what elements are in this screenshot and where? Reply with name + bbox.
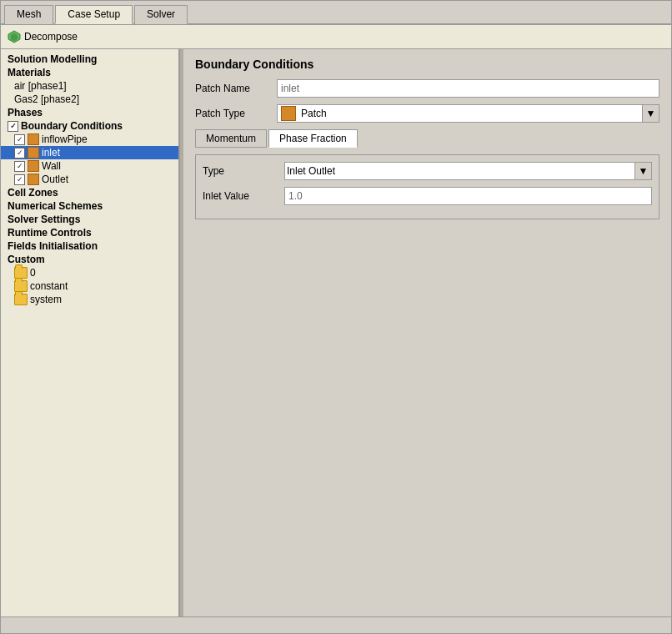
folder-0-label: 0 — [30, 267, 36, 279]
sidebar-item-folder-constant[interactable]: constant — [1, 279, 178, 293]
type-dropdown-arrow[interactable]: ▼ — [634, 163, 651, 179]
content-area: Decompose Solution Modelling Materials a… — [1, 25, 671, 616]
wall-checkbox[interactable] — [14, 161, 25, 172]
wall-label: Wall — [42, 160, 61, 172]
sidebar-item-custom[interactable]: Custom — [1, 253, 178, 266]
folder-system-label: system — [30, 294, 62, 305]
type-value: Inlet Outlet — [285, 165, 634, 177]
tab-bar: Mesh Case Setup Solver — [1, 1, 671, 25]
inflowpipe-checkbox[interactable] — [14, 134, 25, 145]
sidebar-item-runtime-controls[interactable]: Runtime Controls — [1, 226, 178, 239]
folder-system-icon — [14, 294, 28, 305]
outlet-checkbox[interactable] — [14, 174, 25, 185]
sidebar-item-cell-zones[interactable]: Cell Zones — [1, 186, 178, 199]
materials-label: Materials — [8, 67, 51, 78]
gas2-phase2-label: Gas2 [phase2] — [14, 93, 79, 105]
phases-label: Phases — [8, 107, 43, 118]
sub-tab-momentum[interactable]: Momentum — [195, 129, 267, 148]
inflowpipe-label: inflowPipe — [42, 133, 88, 145]
sub-tab-phase-fraction[interactable]: Phase Fraction — [268, 129, 358, 148]
inflowpipe-icon — [28, 133, 39, 145]
sidebar-item-inlet[interactable]: inlet — [1, 146, 178, 159]
sub-tab-content: Type Inlet Outlet ▼ Inlet Value — [195, 154, 659, 219]
solver-settings-label: Solver Settings — [8, 214, 80, 225]
boundary-conditions-checkbox[interactable] — [8, 121, 18, 132]
sidebar-item-boundary-conditions[interactable]: Boundary Conditions — [1, 119, 178, 133]
patch-type-row: Patch Type Patch ▼ — [195, 104, 659, 123]
inlet-icon — [28, 147, 39, 158]
sidebar-item-air-phase1[interactable]: air [phase1] — [1, 79, 178, 93]
decompose-label: Decompose — [24, 31, 78, 43]
sidebar-item-folder-0[interactable]: 0 — [1, 266, 178, 279]
patch-type-value: Patch — [299, 108, 642, 119]
patch-name-row: Patch Name — [195, 79, 659, 98]
sidebar-item-solver-settings[interactable]: Solver Settings — [1, 213, 178, 226]
numerical-schemes-label: Numerical Schemes — [8, 200, 103, 212]
type-label: Type — [203, 165, 278, 177]
outlet-icon — [28, 174, 39, 185]
sidebar-item-outlet[interactable]: Outlet — [1, 173, 178, 186]
section-title: Boundary Conditions — [195, 58, 659, 71]
patch-type-select[interactable]: Patch ▼ — [277, 104, 659, 123]
tab-mesh[interactable]: Mesh — [4, 5, 53, 24]
runtime-controls-label: Runtime Controls — [8, 227, 92, 239]
sidebar-item-phases[interactable]: Phases — [1, 106, 178, 119]
outlet-label: Outlet — [42, 174, 68, 185]
inlet-value-input[interactable] — [284, 187, 652, 205]
folder-constant-icon — [14, 280, 28, 292]
patch-type-label: Patch Type — [195, 108, 270, 119]
air-phase1-label: air [phase1] — [14, 80, 67, 92]
type-select[interactable]: Inlet Outlet ▼ — [284, 162, 652, 180]
inlet-value-row: Inlet Value — [203, 187, 652, 205]
type-row: Type Inlet Outlet ▼ — [203, 162, 652, 180]
cell-zones-label: Cell Zones — [8, 187, 58, 199]
tab-solver[interactable]: Solver — [134, 5, 188, 24]
inlet-label: inlet — [42, 147, 60, 158]
sidebar-item-fields-initialisation[interactable]: Fields Initialisation — [1, 239, 178, 253]
patch-type-icon — [281, 106, 296, 121]
inlet-value-label: Inlet Value — [203, 190, 278, 202]
sidebar-item-folder-system[interactable]: system — [1, 293, 178, 306]
main-window: Mesh Case Setup Solver Decompose Solutio… — [0, 0, 672, 634]
folder-0-icon — [14, 267, 28, 279]
decompose-row: Decompose — [1, 25, 671, 48]
solution-modelling-label: Solution Modelling — [8, 53, 97, 65]
sidebar-item-wall[interactable]: Wall — [1, 159, 178, 173]
status-bar — [1, 616, 671, 633]
custom-label: Custom — [8, 254, 45, 265]
right-panel: Boundary Conditions Patch Name Patch Typ… — [183, 49, 671, 616]
folder-constant-label: constant — [30, 280, 68, 292]
sidebar-item-materials[interactable]: Materials — [1, 66, 178, 79]
patch-type-dropdown-arrow[interactable]: ▼ — [642, 105, 659, 122]
patch-name-input[interactable] — [277, 79, 659, 98]
decompose-icon — [8, 30, 21, 43]
tab-case-setup[interactable]: Case Setup — [55, 5, 133, 24]
wall-icon — [28, 160, 39, 172]
inlet-checkbox[interactable] — [14, 148, 25, 158]
sidebar-item-gas2-phase2[interactable]: Gas2 [phase2] — [1, 93, 178, 106]
fields-initialisation-label: Fields Initialisation — [8, 240, 98, 252]
sidebar-item-numerical-schemes[interactable]: Numerical Schemes — [1, 199, 178, 213]
boundary-conditions-label: Boundary Conditions — [21, 120, 123, 132]
left-panel: Solution Modelling Materials air [phase1… — [1, 49, 180, 616]
sub-tab-bar: Momentum Phase Fraction — [195, 129, 659, 148]
sidebar-item-solution-modelling[interactable]: Solution Modelling — [1, 53, 178, 66]
patch-name-label: Patch Name — [195, 83, 270, 94]
split-area: Solution Modelling Materials air [phase1… — [1, 48, 671, 616]
sidebar-item-inflowpipe[interactable]: inflowPipe — [1, 133, 178, 146]
